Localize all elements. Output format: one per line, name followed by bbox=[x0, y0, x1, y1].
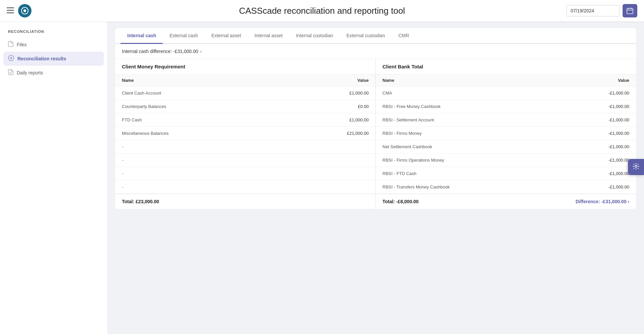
svg-rect-6 bbox=[627, 8, 633, 14]
left-panel-title: Client Money Requirement bbox=[115, 59, 375, 74]
row-value bbox=[279, 180, 375, 194]
right-footer-total: Total: -£8,000.00 bbox=[382, 199, 419, 204]
table-row: Client Cash Account £1,000.00 bbox=[115, 87, 375, 100]
tab-internal-asset[interactable]: Internal asset bbox=[248, 28, 289, 44]
row-name: RBSI - FTD Cash bbox=[376, 167, 559, 180]
left-footer-total: Total: £23,000.00 bbox=[122, 199, 159, 204]
gear-icon bbox=[632, 163, 640, 172]
row-value: £1,000.00 bbox=[279, 113, 375, 127]
row-name: RBSI - Settlement Account bbox=[376, 113, 559, 127]
right-col-name: Name bbox=[376, 74, 559, 87]
row-value bbox=[279, 140, 375, 154]
table-row: - bbox=[115, 167, 375, 180]
sidebar-section-label: RECONCILIATION bbox=[0, 30, 107, 38]
row-name: - bbox=[115, 140, 279, 154]
app-title: CASScade reconciliation and reporting to… bbox=[239, 6, 405, 16]
right-panel-title: Client Bank Total bbox=[376, 59, 636, 74]
row-name: RBSI - Firms Money bbox=[376, 127, 559, 140]
row-name: RBSI - Firms Operations Money bbox=[376, 154, 559, 167]
diff-bar[interactable]: Internal cash difference: -£31,000.00 › bbox=[115, 44, 636, 59]
row-value: -£1,000.00 bbox=[559, 113, 636, 127]
reconciliation-content: Internal cash difference: -£31,000.00 › … bbox=[115, 44, 636, 209]
row-value: -£1,000.00 bbox=[559, 167, 636, 180]
table-row: RBSI - Free Money Cashbook -£1,000.00 bbox=[376, 100, 636, 113]
row-name: Miscellaneous Balances bbox=[115, 127, 279, 140]
row-value: £21,000.00 bbox=[279, 127, 375, 140]
settings-fab[interactable] bbox=[628, 159, 644, 175]
svg-point-13 bbox=[635, 165, 637, 167]
row-value: -£1,000.00 bbox=[559, 180, 636, 194]
row-name: - bbox=[115, 180, 279, 194]
table-row: - bbox=[115, 140, 375, 154]
tab-external-custodian[interactable]: External custodian bbox=[340, 28, 392, 44]
table-row: RBSI - Firms Money -£1,000.00 bbox=[376, 127, 636, 140]
logo bbox=[18, 4, 31, 17]
hamburger-menu[interactable] bbox=[7, 7, 14, 14]
table-row: CMA -£1,000.00 bbox=[376, 87, 636, 100]
row-value bbox=[279, 167, 375, 180]
tab-internal-custodian[interactable]: Internal custodian bbox=[289, 28, 340, 44]
table-row: RBSI - Settlement Account -£1,000.00 bbox=[376, 113, 636, 127]
right-col-value: Value bbox=[559, 74, 636, 87]
content-area: Internal cash External cash External ass… bbox=[107, 21, 644, 334]
top-header: CASScade reconciliation and reporting to… bbox=[0, 0, 644, 21]
tab-external-asset[interactable]: External asset bbox=[205, 28, 248, 44]
row-value bbox=[279, 154, 375, 167]
main-layout: RECONCILIATION Files Reconciliation resu… bbox=[0, 21, 644, 334]
table-row: - bbox=[115, 180, 375, 194]
panels: Client Money Requirement Name Value Clie… bbox=[115, 59, 636, 209]
svg-point-5 bbox=[23, 9, 26, 12]
row-name: CMA bbox=[376, 87, 559, 100]
row-name: Net Settlement Cashbook bbox=[376, 140, 559, 154]
row-name: Counterparty Balances bbox=[115, 100, 279, 113]
date-input[interactable] bbox=[566, 5, 620, 16]
calendar-button[interactable] bbox=[623, 4, 637, 17]
sidebar-item-daily-reports[interactable]: Daily reports bbox=[0, 66, 107, 80]
tab-external-cash[interactable]: External cash bbox=[163, 28, 205, 44]
row-name: RBSI - Free Money Cashbook bbox=[376, 100, 559, 113]
sidebar-files-label: Files bbox=[17, 42, 27, 47]
sidebar: RECONCILIATION Files Reconciliation resu… bbox=[0, 21, 107, 334]
row-value: £1,000.00 bbox=[279, 87, 375, 100]
diff-text: Internal cash difference: -£31,000.00 bbox=[122, 49, 198, 54]
row-name: Client Cash Account bbox=[115, 87, 279, 100]
right-footer-diff[interactable]: Difference: -£31,000.00 › bbox=[576, 199, 629, 204]
right-panel: Client Bank Total Name Value CMA -£1,000… bbox=[376, 59, 636, 209]
row-value: -£1,000.00 bbox=[559, 127, 636, 140]
row-value: -£1,000.00 bbox=[559, 87, 636, 100]
row-value: -£1,000.00 bbox=[559, 154, 636, 167]
left-panel-table: Name Value Client Cash Account £1,000.00… bbox=[115, 74, 375, 193]
table-row: FTD Cash £1,000.00 bbox=[115, 113, 375, 127]
row-value: -£1,000.00 bbox=[559, 140, 636, 154]
diff-chevron: › bbox=[200, 49, 202, 54]
sidebar-daily-label: Daily reports bbox=[17, 70, 43, 75]
reconciliation-icon bbox=[8, 55, 14, 62]
table-row: RBSI - Firms Operations Money -£1,000.00 bbox=[376, 154, 636, 167]
sidebar-item-files[interactable]: Files bbox=[0, 38, 107, 52]
file-icon bbox=[8, 41, 13, 48]
row-name: - bbox=[115, 167, 279, 180]
tabs-bar: Internal cash External cash External ass… bbox=[115, 28, 636, 44]
right-panel-table: Name Value CMA -£1,000.00 RBSI - Free Mo… bbox=[376, 74, 636, 193]
row-name: RBSI - Transfers Money Cashbook bbox=[376, 180, 559, 194]
right-panel-footer: Total: -£8,000.00 Difference: -£31,000.0… bbox=[376, 193, 636, 209]
sidebar-item-reconciliation-results[interactable]: Reconciliation results bbox=[3, 52, 104, 66]
svg-rect-1 bbox=[7, 10, 14, 11]
tab-cmr[interactable]: CMR bbox=[392, 28, 416, 44]
table-row: - bbox=[115, 154, 375, 167]
tab-internal-cash[interactable]: Internal cash bbox=[121, 28, 163, 44]
left-col-value: Value bbox=[279, 74, 375, 87]
table-row: Counterparty Balances £0.00 bbox=[115, 100, 375, 113]
svg-rect-0 bbox=[7, 7, 14, 8]
sidebar-recon-label: Reconciliation results bbox=[17, 56, 66, 61]
left-panel: Client Money Requirement Name Value Clie… bbox=[115, 59, 376, 209]
row-name: FTD Cash bbox=[115, 113, 279, 127]
row-value: £0.00 bbox=[279, 100, 375, 113]
table-row: RBSI - FTD Cash -£1,000.00 bbox=[376, 167, 636, 180]
left-panel-footer: Total: £23,000.00 bbox=[115, 193, 375, 209]
left-col-name: Name bbox=[115, 74, 279, 87]
table-row: RBSI - Transfers Money Cashbook -£1,000.… bbox=[376, 180, 636, 194]
table-row: Miscellaneous Balances £21,000.00 bbox=[115, 127, 375, 140]
header-right bbox=[566, 4, 637, 17]
table-row: Net Settlement Cashbook -£1,000.00 bbox=[376, 140, 636, 154]
